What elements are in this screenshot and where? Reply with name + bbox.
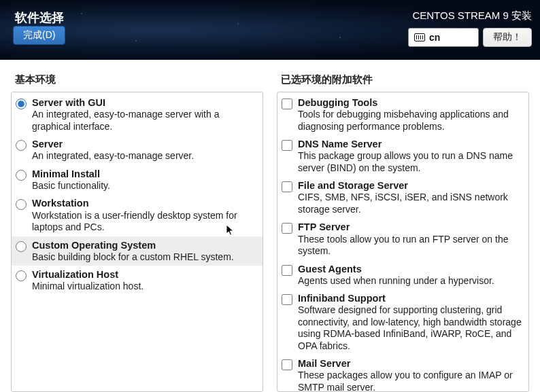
addons-list[interactable]: Debugging ToolsTools for debugging misbe… <box>277 92 529 392</box>
addon-desc: Agents used when running under a hypervi… <box>298 275 522 287</box>
environment-desc: Basic functionality. <box>32 180 256 192</box>
environment-name: Workstation <box>32 197 256 209</box>
environment-option[interactable]: Virtualization HostMinimal virtualizatio… <box>12 266 263 296</box>
environment-option[interactable]: WorkstationWorkstation is a user-friendl… <box>12 194 263 236</box>
addon-checkbox[interactable] <box>282 181 292 192</box>
addon-checkbox[interactable] <box>282 359 292 370</box>
addon-checkbox[interactable] <box>282 140 292 151</box>
done-button[interactable]: 完成(D) <box>13 26 65 45</box>
keyboard-layout-code: cn <box>429 32 440 43</box>
addon-option[interactable]: File and Storage ServerCIFS, SMB, NFS, i… <box>277 177 528 218</box>
environment-option[interactable]: Custom Operating SystemBasic building bl… <box>12 236 263 266</box>
base-environment-heading: 基本环境 <box>15 73 263 86</box>
addon-option[interactable]: Guest AgentsAgents used when running und… <box>277 260 528 290</box>
addon-option[interactable]: Infiniband SupportSoftware designed for … <box>277 289 528 355</box>
environment-option[interactable]: Minimal InstallBasic functionality. <box>12 165 263 195</box>
addon-desc: Tools for debugging misbehaving applicat… <box>298 109 522 132</box>
addon-name: FTP Server <box>298 221 522 233</box>
environment-radio[interactable] <box>16 270 27 281</box>
environment-radio[interactable] <box>16 140 27 151</box>
addon-desc: These packages allow you to configure an… <box>298 370 522 392</box>
addons-heading: 已选环境的附加软件 <box>281 73 529 86</box>
addon-name: DNS Name Server <box>298 138 522 150</box>
addon-option[interactable]: FTP ServerThese tools allow you to run a… <box>277 218 528 260</box>
environment-desc: Minimal virtualization host. <box>32 281 256 293</box>
environment-name: Server with GUI <box>32 96 256 109</box>
environment-desc: Workstation is a user-friendly desktop s… <box>32 210 256 234</box>
help-button[interactable]: 帮助！ <box>483 28 532 47</box>
addon-name: File and Storage Server <box>298 179 522 192</box>
addon-checkbox[interactable] <box>282 294 292 305</box>
environment-desc: An integrated, easy-to-manage server wit… <box>32 109 256 132</box>
addon-desc: CIFS, SMB, NFS, iSCSI, iSER, and iSNS ne… <box>298 192 522 215</box>
environment-name: Minimal Install <box>32 168 256 180</box>
addon-option[interactable]: Debugging ToolsTools for debugging misbe… <box>277 94 528 135</box>
addon-name: Debugging Tools <box>298 96 522 109</box>
environment-option[interactable]: ServerAn integrated, easy-to-manage serv… <box>12 135 263 165</box>
addon-desc: This package group allows you to run a D… <box>298 150 522 174</box>
environment-desc: Basic building block for a custom RHEL s… <box>32 251 256 264</box>
addons-column: 已选环境的附加软件 Debugging ToolsTools for debug… <box>277 71 529 392</box>
addon-option[interactable]: DNS Name ServerThis package group allows… <box>277 135 528 177</box>
addon-name: Guest Agents <box>298 263 522 275</box>
environment-radio[interactable] <box>16 170 27 181</box>
header: 软件选择 完成(D) CENTOS STREAM 9 安装 cn 帮助！ <box>0 0 540 60</box>
addon-desc: These tools allow you to run an FTP serv… <box>298 234 522 257</box>
environment-name: Custom Operating System <box>32 239 256 251</box>
keyboard-layout-selector[interactable]: cn <box>408 28 479 47</box>
addon-checkbox[interactable] <box>282 99 292 109</box>
addon-option[interactable]: Mail ServerThese packages allow you to c… <box>277 355 528 392</box>
keyboard-icon <box>414 33 425 41</box>
environment-desc: An integrated, easy-to-manage server. <box>32 150 256 162</box>
environment-radio[interactable] <box>16 241 27 252</box>
install-title: CENTOS STREAM 9 安装 <box>408 10 532 22</box>
addon-desc: Software designed for supporting cluster… <box>298 304 522 352</box>
environment-name: Server <box>32 138 256 150</box>
content: 基本环境 Server with GUIAn integrated, easy-… <box>0 60 540 392</box>
environment-radio[interactable] <box>16 199 27 210</box>
addon-checkbox[interactable] <box>282 223 292 234</box>
addon-checkbox[interactable] <box>282 265 292 276</box>
base-environment-list[interactable]: Server with GUIAn integrated, easy-to-ma… <box>11 92 263 392</box>
environment-option[interactable]: Server with GUIAn integrated, easy-to-ma… <box>12 94 263 135</box>
environment-radio[interactable] <box>16 99 27 109</box>
addon-name: Infiniband Support <box>298 292 522 304</box>
environment-name: Virtualization Host <box>32 268 256 281</box>
base-environment-column: 基本环境 Server with GUIAn integrated, easy-… <box>11 71 263 392</box>
page-title: 软件选择 <box>15 10 64 26</box>
addon-name: Mail Server <box>298 357 522 370</box>
